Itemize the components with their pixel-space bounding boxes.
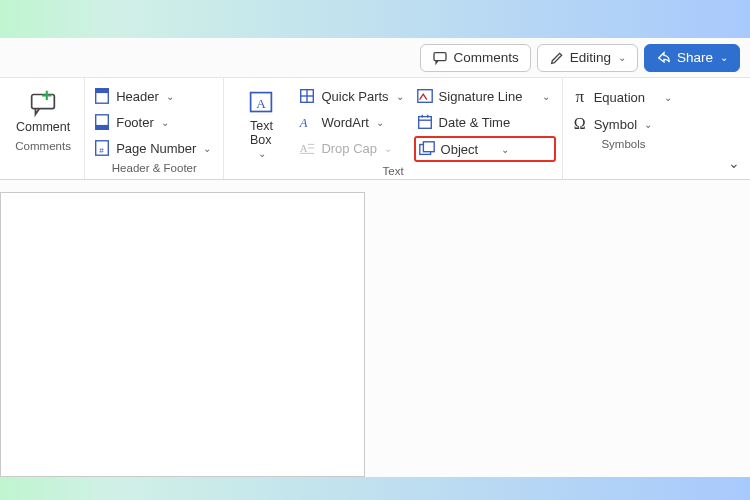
comment-label: Comment	[16, 120, 70, 134]
chevron-down-icon: ⌄	[166, 91, 174, 102]
word-ribbon-window: Comments Editing ⌄ Share ⌄	[0, 38, 750, 477]
title-bar-actions: Comments Editing ⌄ Share ⌄	[0, 38, 750, 78]
date-time-button[interactable]: Date & Time	[414, 110, 556, 134]
chevron-down-icon: ⌄	[618, 52, 626, 63]
svg-text:#: #	[99, 146, 104, 155]
chevron-down-icon: ⌄	[501, 144, 509, 155]
svg-text:A: A	[299, 116, 308, 130]
svg-text:A: A	[300, 142, 308, 154]
footer-icon	[93, 113, 111, 131]
omega-icon: Ω	[571, 115, 589, 133]
chevron-down-icon: ⌄	[203, 143, 211, 154]
page-number-button[interactable]: # Page Number⌄	[91, 136, 217, 160]
footer-button[interactable]: Footer⌄	[91, 110, 217, 134]
chevron-down-icon: ⌄	[376, 117, 384, 128]
collapse-ribbon-button[interactable]: ⌄	[728, 155, 740, 171]
quick-parts-button[interactable]: Quick Parts⌄	[296, 84, 409, 108]
chevron-down-icon: ⌄	[258, 148, 266, 159]
equation-button[interactable]: π Equation ⌄	[569, 84, 679, 110]
header-icon	[93, 87, 111, 105]
ribbon: Comment Comments Header⌄ Footer⌄ #	[0, 78, 750, 180]
chevron-down-icon: ⌄	[644, 119, 652, 130]
share-icon	[656, 50, 672, 66]
date-time-icon	[416, 113, 434, 131]
chevron-down-icon: ⌄	[542, 91, 550, 102]
page-number-icon: #	[93, 139, 111, 157]
pi-icon: π	[571, 87, 589, 107]
drop-cap-button: A Drop Cap⌄	[296, 136, 409, 160]
svg-rect-21	[418, 117, 431, 129]
chevron-down-icon: ⌄	[396, 91, 404, 102]
share-label: Share	[677, 50, 713, 65]
text-box-button[interactable]: A Text Box ⌄	[230, 84, 292, 163]
svg-rect-26	[423, 142, 434, 152]
group-label: Symbols	[601, 138, 645, 150]
group-symbols: π Equation ⌄ Ω Symbol⌄ Symbols	[562, 78, 685, 179]
new-comment-icon	[26, 88, 60, 118]
text-box-label: Text Box	[250, 120, 273, 148]
wordart-icon: A	[298, 113, 316, 131]
group-label: Header & Footer	[112, 162, 197, 174]
chevron-down-icon: ⌄	[161, 117, 169, 128]
object-icon	[418, 140, 436, 158]
chevron-down-icon: ⌄	[664, 92, 672, 103]
chevron-down-icon: ⌄	[728, 155, 740, 171]
signature-icon	[416, 87, 434, 105]
svg-rect-0	[434, 52, 446, 60]
header-button[interactable]: Header⌄	[91, 84, 217, 108]
quick-parts-icon	[298, 87, 316, 105]
comments-button[interactable]: Comments	[420, 44, 530, 72]
comments-label: Comments	[453, 50, 518, 65]
group-text: A Text Box ⌄ Quick Parts⌄ A WordArt⌄	[223, 78, 561, 179]
group-comments: Comment Comments	[2, 78, 84, 179]
wordart-button[interactable]: A WordArt⌄	[296, 110, 409, 134]
symbol-button[interactable]: Ω Symbol⌄	[569, 112, 679, 136]
object-button[interactable]: Object ⌄	[414, 136, 556, 162]
svg-rect-1	[32, 95, 55, 109]
share-button[interactable]: Share ⌄	[644, 44, 740, 72]
chevron-down-icon: ⌄	[384, 143, 392, 154]
text-box-icon: A	[244, 88, 278, 118]
drop-cap-icon: A	[298, 139, 316, 157]
group-label: Text	[382, 165, 403, 177]
chevron-down-icon: ⌄	[720, 52, 728, 63]
document-area	[0, 180, 750, 477]
signature-line-button[interactable]: Signature Line ⌄	[414, 84, 556, 108]
editing-label: Editing	[570, 50, 611, 65]
editing-button[interactable]: Editing ⌄	[537, 44, 638, 72]
svg-rect-5	[96, 89, 109, 93]
pencil-icon	[549, 50, 565, 66]
document-page[interactable]	[0, 192, 365, 477]
comment-bubble-icon	[432, 50, 448, 66]
group-label: Comments	[15, 140, 71, 152]
comment-button[interactable]: Comment	[8, 84, 78, 138]
svg-text:A: A	[257, 96, 267, 111]
group-header-footer: Header⌄ Footer⌄ # Page Number⌄ Header & …	[84, 78, 223, 179]
svg-rect-7	[96, 126, 109, 130]
